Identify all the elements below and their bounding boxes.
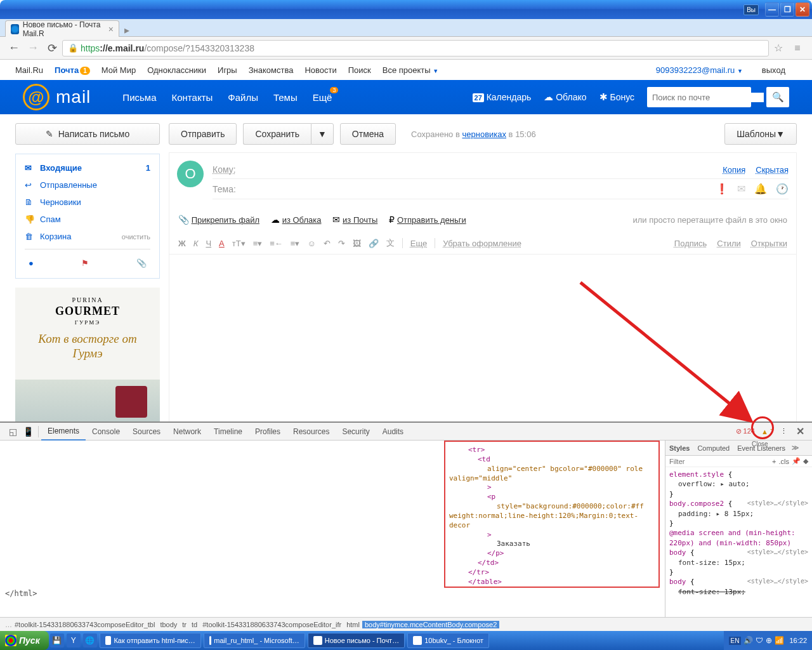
align-button[interactable]: ≡▾ [253, 239, 263, 248]
cc-link[interactable]: Копия [723, 165, 745, 175]
taskbar-item[interactable]: mail_ru_html_ - Microsoft… [204, 633, 305, 648]
notify-icon[interactable]: 🔔 [754, 183, 767, 195]
taskbar-clock[interactable]: 16:22 [789, 637, 807, 644]
devtools-tab[interactable]: Audits [376, 423, 410, 441]
quicklaunch-icon[interactable]: Y [67, 633, 81, 647]
priority-icon[interactable]: ❗ [716, 183, 728, 195]
receipt-icon[interactable]: ✉ [737, 183, 745, 195]
hov-icon[interactable]: ◆ [803, 457, 808, 465]
styles-link[interactable]: Стили [717, 239, 740, 248]
mailru-logo-text[interactable]: mail [56, 87, 91, 107]
tray-icon[interactable]: 🛡 [756, 636, 763, 645]
warning-count[interactable]: ▲ 7 [761, 428, 774, 435]
folder-spam[interactable]: 👎Спам [16, 211, 159, 228]
address-bar[interactable]: 🔒 https ://e.mail.ru /compose/?154332031… [62, 40, 769, 56]
nav-reload[interactable]: ⟳ [43, 39, 61, 57]
user-email-menu[interactable]: 9093932223@mail.ru ▼ [656, 65, 743, 75]
folder-trash[interactable]: 🗑Корзинаочистить [16, 228, 159, 245]
header-nav-item[interactable]: Ещё3 [313, 92, 332, 103]
folder-sent[interactable]: ↩Отправленные [16, 176, 159, 194]
compose-button[interactable]: ✎ Написать письмо [15, 123, 160, 145]
search-button[interactable]: 🔍 [766, 87, 789, 107]
header-calendar[interactable]: 27 Календарь [473, 92, 532, 102]
send-button[interactable]: Отправить [169, 123, 237, 145]
signature-link[interactable]: Подпись [674, 239, 707, 248]
topnav-link[interactable]: Новости [304, 65, 336, 75]
to-label[interactable]: Кому: [213, 164, 243, 175]
header-nav-item[interactable]: Контакты [171, 92, 213, 103]
indent-button[interactable]: ≡← [270, 239, 283, 248]
bcc-link[interactable]: Скрытая [756, 165, 789, 175]
list-button[interactable]: ≡▾ [291, 239, 300, 248]
compose-editor[interactable] [169, 255, 796, 423]
schedule-icon[interactable]: 🕐 [776, 183, 789, 195]
devtools-menu-icon[interactable]: ⋮ [780, 427, 787, 435]
color-button[interactable]: А [219, 239, 225, 248]
styles-more-icon[interactable]: ≫ [789, 444, 802, 452]
flagged-filter-icon[interactable]: ⚑ [81, 258, 89, 268]
taskbar-item[interactable]: Как отправить html-пис… [100, 633, 201, 648]
header-nav-item[interactable]: Файлы [228, 92, 258, 103]
browser-tab[interactable]: Новое письмо - Почта Mail.R × [5, 20, 119, 37]
start-button[interactable]: Пуск [0, 631, 49, 650]
window-maximize[interactable]: ❐ [780, 3, 794, 17]
quicklaunch-icon[interactable]: 💾 [50, 633, 64, 647]
save-dropdown[interactable]: ▼ [311, 123, 334, 145]
header-nav-item[interactable]: Письма [122, 92, 156, 103]
bookmark-star-icon[interactable]: ☆ [769, 42, 788, 54]
css-rules[interactable]: element.style { overflow: ▸ auto; } body… [665, 467, 812, 599]
window-close[interactable]: ✕ [796, 3, 809, 17]
styles-filter-input[interactable] [669, 458, 769, 465]
logout-link[interactable]: выход [762, 65, 785, 75]
nav-forward[interactable]: → [24, 39, 42, 57]
styles-tab[interactable]: Styles [665, 444, 693, 452]
taskbar-item[interactable]: Новое письмо - Почт… [308, 633, 405, 648]
devtools-tab[interactable]: Security [336, 423, 376, 441]
unread-filter-icon[interactable]: ● [29, 258, 34, 268]
devtools-tab[interactable]: Timeline [207, 423, 249, 441]
elements-panel[interactable]: <tr> <td align="center" bgcolor="#000000… [0, 441, 665, 617]
cls-toggle[interactable]: .cls [779, 458, 790, 465]
styles-tab[interactable]: Computed [693, 444, 733, 452]
header-bonus[interactable]: ✱ Бонус [599, 91, 634, 103]
mailru-logo-icon[interactable]: @ [23, 84, 49, 110]
topnav-link[interactable]: Поиск [348, 65, 371, 75]
folder-drafts[interactable]: 🗎Черновики [16, 194, 159, 211]
search-input[interactable] [647, 93, 764, 102]
pin-icon[interactable]: 📌 [792, 457, 801, 465]
save-button[interactable]: Сохранить [243, 123, 311, 145]
topnav-link[interactable]: Мой Мир [102, 65, 136, 75]
advertisement[interactable]: PURINA GOURMET ГУРМЭ Кот в восторге от Г… [15, 288, 160, 437]
format-remove[interactable]: Убрать оформление [443, 239, 521, 248]
attach-file[interactable]: 📎 Прикрепить файл [178, 215, 259, 225]
error-count[interactable]: ⊘ 124 [736, 427, 755, 435]
image-button[interactable]: 🖼 [353, 239, 361, 248]
undo-button[interactable]: ↶ [324, 239, 331, 248]
window-minimize[interactable]: — [765, 3, 779, 17]
attach-cloud[interactable]: ☁ из Облака [271, 215, 321, 225]
folder-inbox[interactable]: ✉Входящие1 [16, 159, 159, 176]
nav-back[interactable]: ← [5, 39, 23, 57]
topnav-link[interactable]: Одноклассники [147, 65, 206, 75]
drafts-link[interactable]: черновиках [462, 129, 506, 139]
taskbar-item[interactable]: 10bukv_ - Блокнот [407, 633, 489, 648]
tray-icon[interactable]: ⊕ [766, 636, 772, 645]
tray-icon[interactable]: 📶 [775, 636, 784, 645]
empty-trash[interactable]: очистить [122, 233, 150, 241]
devtools-tab[interactable]: Sources [126, 423, 167, 441]
quicklaunch-icon[interactable]: 🌐 [83, 633, 97, 647]
topnav-link-active[interactable]: Почта1 [55, 65, 90, 75]
browser-menu-icon[interactable]: ≡ [788, 43, 807, 54]
devtools-tab[interactable]: Network [167, 423, 207, 441]
devtools-tab[interactable]: Resources [287, 423, 336, 441]
header-cloud[interactable]: ☁ Облако [544, 91, 586, 103]
topnav-link[interactable]: Знакомства [249, 65, 294, 75]
emoji-button[interactable]: ☺ [307, 239, 315, 248]
send-money[interactable]: ₽ Отправить деньги [389, 215, 466, 225]
devtools-tab[interactable]: Elements [41, 423, 86, 441]
attach-mail[interactable]: ✉ из Почты [332, 215, 377, 225]
header-nav-item[interactable]: Темы [273, 92, 298, 103]
italic-button[interactable]: К [193, 239, 199, 248]
translate-button[interactable]: 文 [386, 237, 395, 249]
tab-close-icon[interactable]: × [108, 24, 114, 34]
